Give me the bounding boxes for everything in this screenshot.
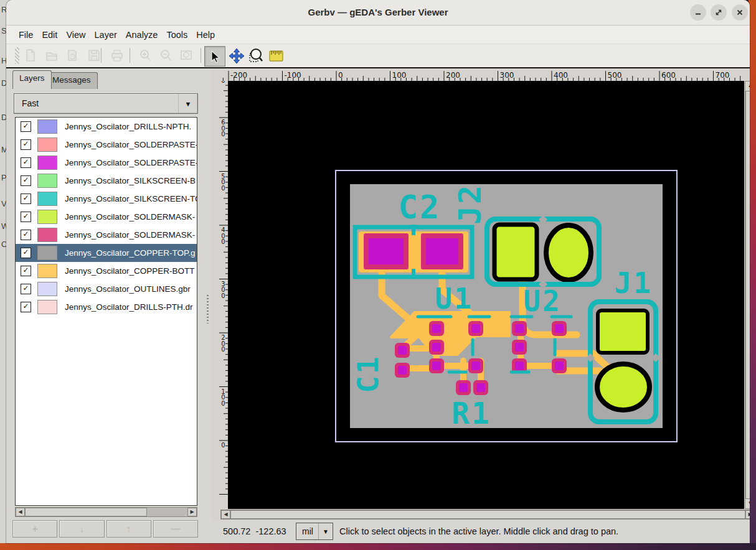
layer-row[interactable]: ✓ Jennys_Oscilator_COPPER-BOTT (16, 262, 197, 280)
layer-row[interactable]: ✓ Jennys_Oscilator_COPPER-TOP.g (16, 244, 197, 262)
menu-layer[interactable]: Layer (90, 29, 121, 41)
save-document-icon (87, 49, 101, 62)
layer-name: Jennys_Oscilator_SOLDERPASTE- (65, 140, 197, 149)
layer-color-swatch[interactable] (37, 192, 57, 206)
tab-layers-label: Layers (19, 73, 45, 83)
layer-visibility-checkbox[interactable]: ✓ (21, 266, 31, 276)
pad-paste (515, 343, 524, 352)
svg-text:400: 400 (554, 71, 568, 80)
layer-color-swatch[interactable] (37, 228, 57, 242)
scrollbar-thumb[interactable] (25, 508, 147, 516)
layer-visibility-checkbox[interactable]: ✓ (21, 121, 31, 132)
layer-visibility-checkbox[interactable]: ✓ (21, 175, 31, 186)
layer-row[interactable]: ✓ Jennys_Oscilator_SOLDERMASK- (16, 226, 197, 244)
tab-layers[interactable]: Layers (12, 70, 52, 89)
gerber-canvas[interactable]: C2J2U1U2J1C1R1 (228, 81, 744, 509)
layer-name: Jennys_Oscilator_SILKSCREEN-TO (65, 194, 197, 203)
scroll-left-icon[interactable]: ◀ (16, 508, 25, 516)
layer-visibility-checkbox[interactable]: ✓ (21, 193, 31, 204)
layer-name: Jennys_Oscilator_SOLDERPASTE- (65, 158, 197, 167)
layer-row[interactable]: ✓ Jennys_Oscilator_DRILLS-NPTH. (16, 118, 197, 136)
minimize-button[interactable] (690, 4, 706, 21)
layer-row[interactable]: ✓ Jennys_Oscilator_OUTLINES.gbr (16, 280, 197, 298)
ref-label-R1: R1 (451, 396, 491, 431)
layer-color-swatch[interactable] (37, 156, 57, 170)
layer-visibility-checkbox[interactable]: ✓ (21, 212, 31, 222)
pad-paste (398, 366, 407, 375)
layer-visibility-checkbox[interactable]: ✓ (21, 157, 31, 168)
menu-view[interactable]: View (62, 29, 90, 41)
menu-edit[interactable]: Edit (37, 29, 62, 41)
svg-text:0: 0 (221, 238, 225, 245)
menu-analyze[interactable]: Analyze (121, 29, 163, 41)
layer-color-swatch[interactable] (37, 282, 57, 296)
toolbar-grip[interactable] (15, 47, 19, 64)
zoom-select-icon (248, 48, 264, 64)
scroll-down-icon[interactable]: ▼ (745, 498, 750, 508)
layer-visibility-checkbox[interactable]: ✓ (21, 139, 31, 150)
layer-visibility-checkbox[interactable]: ✓ (21, 284, 31, 294)
svg-text:0: 0 (338, 71, 343, 80)
layer-color-swatch[interactable] (37, 300, 57, 314)
canvas-vertical-scrollbar[interactable]: ▲ ▼ (745, 81, 750, 509)
svg-text:0: 0 (221, 400, 225, 407)
print-icon (110, 49, 124, 62)
pan-tool-button[interactable] (227, 46, 247, 65)
layer-visibility-checkbox[interactable]: ✓ (21, 302, 31, 312)
menu-file[interactable]: File (14, 29, 37, 41)
remove-layer-button[interactable]: — (153, 520, 198, 538)
pointer-tool-button[interactable] (204, 46, 225, 67)
close-icon (736, 9, 744, 16)
canvas-horizontal-scrollbar[interactable]: ◀ ▶ (220, 510, 750, 520)
titlebar[interactable]: Gerbv — gEDA's Gerber Viewer (6, 0, 750, 26)
panel-splitter-handle[interactable] (207, 295, 209, 324)
render-mode-dropdown[interactable]: Fast ▼ (14, 93, 198, 114)
scrollbar-thumb[interactable] (230, 510, 745, 519)
svg-text:0: 0 (221, 292, 225, 299)
scroll-up-icon[interactable]: ▲ (745, 82, 750, 91)
ref-label-U1: U1 (435, 282, 473, 315)
pad-paste (398, 346, 407, 355)
layer-name: Jennys_Oscilator_SOLDERMASK- (65, 230, 195, 240)
move-layer-down-button[interactable]: ↓ (59, 520, 104, 538)
close-button[interactable] (732, 4, 748, 21)
layer-row[interactable]: ✓ Jennys_Oscilator_SILKSCREEN-TO (16, 190, 197, 208)
layer-color-swatch[interactable] (37, 264, 57, 278)
layer-name: Jennys_Oscilator_COPPER-TOP.g (65, 248, 196, 258)
layer-row[interactable]: ✓ Jennys_Oscilator_SOLDERPASTE- (16, 136, 197, 154)
layer-color-swatch[interactable] (37, 210, 57, 224)
layer-color-swatch[interactable] (37, 138, 57, 152)
scroll-right-icon[interactable]: ▶ (187, 508, 197, 516)
coord-x: 500.72 (223, 526, 250, 536)
pad-paste (515, 361, 524, 370)
layer-color-swatch[interactable] (37, 119, 57, 134)
toolbar-separator (201, 48, 201, 63)
layer-visibility-checkbox[interactable]: ✓ (21, 230, 31, 240)
scroll-left-icon[interactable]: ◀ (221, 510, 230, 519)
add-layer-button[interactable]: + (12, 520, 57, 538)
scrollbar-thumb[interactable] (745, 91, 750, 499)
open-document-icon (45, 49, 59, 62)
cursor-coordinates: 500.72 -122.63 (223, 526, 286, 536)
gerbv-window: Gerbv — gEDA's Gerber Viewer File Edit V… (6, 0, 750, 543)
zoom-select-tool-button[interactable] (246, 46, 266, 65)
units-dropdown[interactable]: mil ▼ (296, 523, 333, 540)
menu-tools[interactable]: Tools (162, 29, 192, 41)
layer-visibility-checkbox[interactable]: ✓ (21, 248, 31, 258)
scroll-right-icon[interactable]: ▶ (745, 510, 750, 519)
layer-row[interactable]: ✓ Jennys_Oscilator_SOLDERPASTE- (16, 154, 197, 172)
measure-tool-button[interactable] (267, 46, 286, 65)
zoom-in-icon (138, 49, 152, 62)
layer-row[interactable]: ✓ Jennys_Oscilator_SOLDERMASK- (16, 208, 197, 226)
layer-row[interactable]: ✓ Jennys_Oscilator_SILKSCREEN-B (16, 172, 197, 190)
component-C2 (355, 225, 472, 279)
layer-row[interactable]: ✓ Jennys_Oscilator_DRILLS-PTH.dr (16, 298, 197, 316)
layer-list-horizontal-scrollbar[interactable]: ◀ ▶ (15, 507, 197, 517)
restore-button[interactable] (711, 4, 727, 21)
layer-color-swatch[interactable] (37, 174, 57, 188)
menu-help[interactable]: Help (192, 29, 219, 41)
tab-messages[interactable]: Messages (45, 72, 98, 89)
layer-color-swatch[interactable] (37, 246, 57, 260)
toolbar-separator (130, 48, 130, 63)
move-layer-up-button[interactable]: ↑ (106, 520, 151, 538)
